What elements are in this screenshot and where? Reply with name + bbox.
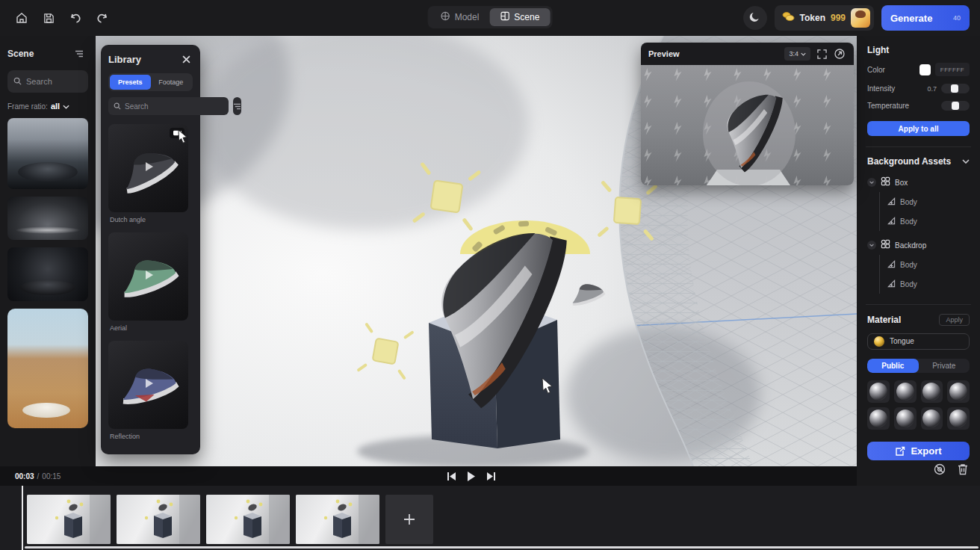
dark-mode-toggle[interactable]: [743, 6, 767, 30]
material-apply-button[interactable]: Apply: [939, 314, 970, 326]
light-color-swatch[interactable]: [919, 64, 931, 75]
tab-public[interactable]: Public: [867, 359, 919, 374]
expander-icon[interactable]: [867, 178, 876, 187]
scene-panel-title: Scene: [7, 49, 34, 59]
preset-card-dutch-angle[interactable]: [108, 124, 188, 212]
transport-bar: 00:03 / 00:15: [0, 466, 857, 486]
scene-filter-button[interactable]: [70, 45, 88, 63]
save-button[interactable]: [37, 7, 60, 29]
tree-item-backdrop[interactable]: Backdrop: [867, 235, 970, 255]
scene-icon: [500, 11, 509, 23]
play-button[interactable]: [467, 472, 476, 481]
material-swatch[interactable]: [947, 407, 970, 430]
mesh-icon: [887, 258, 896, 271]
tab-scene[interactable]: Scene: [489, 8, 550, 26]
material-swatch[interactable]: [921, 407, 943, 430]
scene-search-input[interactable]: [26, 77, 82, 86]
scene-search[interactable]: [7, 70, 88, 93]
preview-render: [641, 65, 854, 185]
tree-item-box[interactable]: Box: [867, 173, 970, 192]
app-window: Model Scene Token 999 Generate 40: [0, 0, 980, 550]
timeline-track: [0, 486, 980, 550]
light-color-hex[interactable]: FFFFFF: [935, 63, 970, 76]
export-button[interactable]: Export: [867, 442, 970, 460]
close-icon[interactable]: [179, 52, 193, 66]
undo-icon: [69, 12, 81, 24]
material-swatch[interactable]: [894, 407, 917, 430]
material-swatch[interactable]: [867, 407, 890, 430]
model-icon: [441, 11, 450, 23]
material-select[interactable]: Tongue: [867, 333, 970, 350]
preset-card-aerial[interactable]: [108, 232, 188, 321]
material-swatch[interactable]: [894, 380, 917, 403]
material-swatch[interactable]: [867, 380, 890, 403]
light-color-label: Color: [867, 66, 919, 74]
properties-panel: Light Color FFFFFF Intensity 0.7 Tempera…: [857, 36, 980, 486]
redo-button[interactable]: [91, 7, 114, 29]
keyframe-thumb[interactable]: [296, 495, 379, 544]
tree-item-body[interactable]: Body: [880, 192, 970, 211]
slashed-circle-icon[interactable]: [934, 463, 946, 475]
undo-button[interactable]: [64, 7, 87, 29]
apply-to-all-button[interactable]: Apply to all: [867, 121, 970, 136]
tree-item-body[interactable]: Body: [880, 211, 970, 231]
tab-model[interactable]: Model: [430, 8, 490, 26]
add-keyframe-button[interactable]: [385, 495, 433, 544]
skip-start-button[interactable]: [447, 472, 456, 481]
library-search[interactable]: [108, 97, 229, 115]
popout-icon[interactable]: [833, 47, 846, 61]
background-thumb-dark-studio[interactable]: [7, 247, 88, 301]
cursor-arrow: [178, 130, 190, 148]
generate-button[interactable]: Generate 40: [881, 5, 970, 31]
keyframe-thumb[interactable]: [206, 495, 290, 544]
chevron-down-icon: [63, 102, 69, 111]
light-section-title: Light: [867, 45, 970, 55]
current-time: 00:03: [15, 472, 34, 481]
token-value: 999: [831, 13, 846, 23]
preview-ratio-select[interactable]: 3:4: [784, 47, 810, 61]
export-label: Export: [911, 445, 941, 457]
background-thumb-desert-selected[interactable]: [7, 309, 88, 428]
temperature-slider[interactable]: [941, 101, 970, 111]
tree-item-body[interactable]: Body: [880, 274, 970, 294]
chevron-down-icon: [962, 159, 970, 164]
material-swatch[interactable]: [947, 380, 970, 403]
expand-icon[interactable]: [815, 47, 828, 61]
keyframe-thumb[interactable]: [117, 495, 200, 544]
group-icon: [881, 238, 890, 252]
playhead[interactable]: [22, 486, 23, 550]
material-selected-value: Tongue: [890, 337, 914, 345]
mesh-icon: [887, 195, 896, 208]
tree-item-label: Body: [900, 280, 917, 288]
tab-presets[interactable]: Presets: [110, 75, 151, 90]
preset-card-reflection[interactable]: [108, 341, 188, 429]
material-swatch[interactable]: [921, 380, 943, 403]
preview-title: Preview: [648, 49, 680, 58]
tree-item-body[interactable]: Body: [880, 255, 970, 274]
skip-end-button[interactable]: [486, 472, 495, 481]
tab-private[interactable]: Private: [919, 359, 970, 374]
avatar[interactable]: [851, 8, 870, 28]
material-visibility-tabs: Public Private: [867, 359, 970, 374]
library-title: Library: [108, 54, 141, 65]
intensity-slider[interactable]: [941, 84, 970, 93]
background-assets-header[interactable]: Background Assets: [867, 156, 970, 167]
preset-caption: Dutch angle: [110, 216, 193, 223]
frame-ratio-select[interactable]: Frame ratio: all: [7, 102, 88, 111]
expander-icon[interactable]: [867, 241, 876, 250]
keyframe-thumb[interactable]: [27, 495, 111, 544]
tab-footage[interactable]: Footage: [151, 75, 192, 90]
tree-item-label: Backdrop: [895, 241, 926, 250]
trash-icon[interactable]: [958, 463, 968, 475]
background-thumb-mountain[interactable]: [7, 118, 88, 189]
mode-switcher: Model Scene: [428, 6, 553, 28]
token-balance[interactable]: Token 999: [775, 5, 874, 31]
background-thumb-smoke[interactable]: [7, 197, 88, 240]
library-search-input[interactable]: [125, 102, 223, 111]
library-tabs: Presets Footage: [108, 73, 193, 91]
library-filter-button[interactable]: [233, 97, 241, 115]
mesh-icon: [887, 214, 896, 228]
timeline-scrollbar[interactable]: [25, 546, 979, 549]
home-button[interactable]: [10, 7, 33, 29]
mesh-icon: [887, 277, 896, 291]
